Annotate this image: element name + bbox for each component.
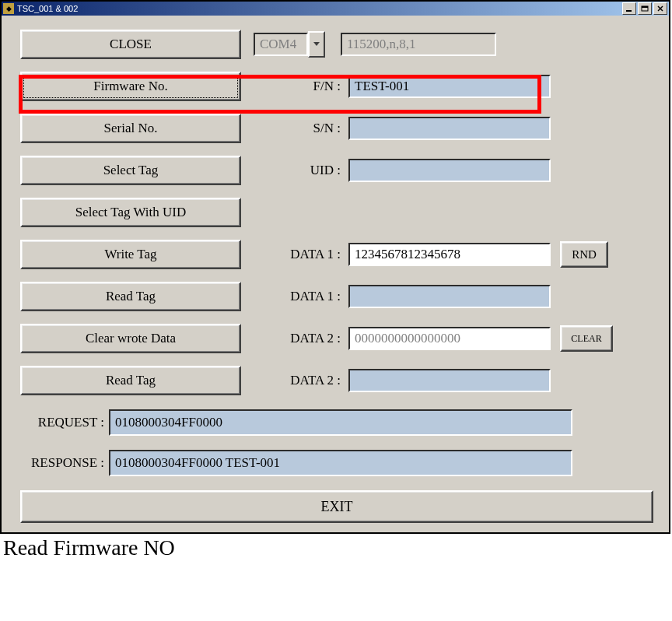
data2-in-label: DATA 2 : <box>255 331 341 346</box>
row-firmware: Firmware No. F/N : TEST-001 <box>20 73 650 100</box>
close-window-button[interactable] <box>653 2 667 15</box>
close-button[interactable]: CLOSE <box>20 30 241 59</box>
row-write-tag: Write Tag DATA 1 : 1234567812345678 RND <box>20 241 650 268</box>
row-select-tag: Select Tag UID : <box>20 157 650 184</box>
response-output: 0108000304FF0000 TEST-001 <box>109 450 572 476</box>
window-controls <box>622 2 667 15</box>
row-response: RESPONSE : 0108000304FF0000 TEST-001 <box>20 450 650 476</box>
client-area: CLOSE COM4 115200,n,8,1 Firmware No. F/N… <box>2 16 669 532</box>
titlebar: ◆ TSC_001 & 002 <box>2 2 669 16</box>
data1-input[interactable]: 1234567812345678 <box>348 243 551 266</box>
data1-in-label: DATA 1 : <box>255 247 341 262</box>
uid-label: UID : <box>255 163 341 178</box>
dropdown-icon[interactable] <box>308 31 325 58</box>
serial-no-button[interactable]: Serial No. <box>20 114 241 143</box>
row-select-tag-uid: Select Tag With UID <box>20 199 650 226</box>
data1-output <box>348 285 551 308</box>
row-read-tag-1: Read Tag DATA 1 : <box>20 283 650 310</box>
request-label: REQUEST : <box>20 415 104 430</box>
serial-params-field: 115200,n,8,1 <box>341 33 496 56</box>
svg-marker-5 <box>313 42 320 46</box>
com-port-combo[interactable]: COM4 <box>254 31 325 58</box>
exit-button[interactable]: EXIT <box>20 490 653 523</box>
select-tag-uid-button[interactable]: Select Tag With UID <box>20 198 241 227</box>
fn-output: TEST-001 <box>348 75 551 98</box>
uid-output <box>348 159 551 182</box>
write-tag-button[interactable]: Write Tag <box>20 240 241 269</box>
row-request: REQUEST : 0108000304FF0000 <box>20 409 650 436</box>
row-serial: Serial No. S/N : <box>20 115 650 142</box>
app-icon: ◆ <box>3 3 14 14</box>
svg-rect-2 <box>642 6 648 8</box>
fn-label: F/N : <box>255 79 341 94</box>
response-label: RESPONSE : <box>20 455 104 471</box>
sn-output <box>348 117 551 140</box>
row-clear-wrote: Clear wrote Data DATA 2 : 00000000000000… <box>20 325 650 352</box>
rnd-button[interactable]: RND <box>560 241 608 268</box>
select-tag-button[interactable]: Select Tag <box>20 156 241 185</box>
figure-caption: Read Firmware NO <box>0 534 672 560</box>
minimize-button[interactable] <box>622 2 636 15</box>
data1-out-label: DATA 1 : <box>255 289 341 304</box>
data2-input[interactable]: 0000000000000000 <box>348 327 551 350</box>
data2-placeholder: 0000000000000000 <box>355 331 460 346</box>
window-title: TSC_001 & 002 <box>17 4 622 13</box>
firmware-no-button[interactable]: Firmware No. <box>20 72 241 101</box>
read-tag-1-button[interactable]: Read Tag <box>20 282 241 311</box>
data2-out-label: DATA 2 : <box>255 373 341 388</box>
row-close: CLOSE COM4 115200,n,8,1 <box>20 31 650 58</box>
sn-label: S/N : <box>255 121 341 136</box>
clear-button[interactable]: CLEAR <box>560 325 613 352</box>
row-read-tag-2: Read Tag DATA 2 : <box>20 367 650 394</box>
svg-rect-0 <box>626 10 632 12</box>
application-window: ◆ TSC_001 & 002 CLOSE COM4 115 <box>0 0 670 534</box>
data2-output <box>348 369 551 392</box>
com-port-field: COM4 <box>254 33 308 56</box>
read-tag-2-button[interactable]: Read Tag <box>20 366 241 395</box>
maximize-button[interactable] <box>638 2 652 15</box>
clear-wrote-button[interactable]: Clear wrote Data <box>20 324 241 353</box>
request-output: 0108000304FF0000 <box>109 409 572 436</box>
